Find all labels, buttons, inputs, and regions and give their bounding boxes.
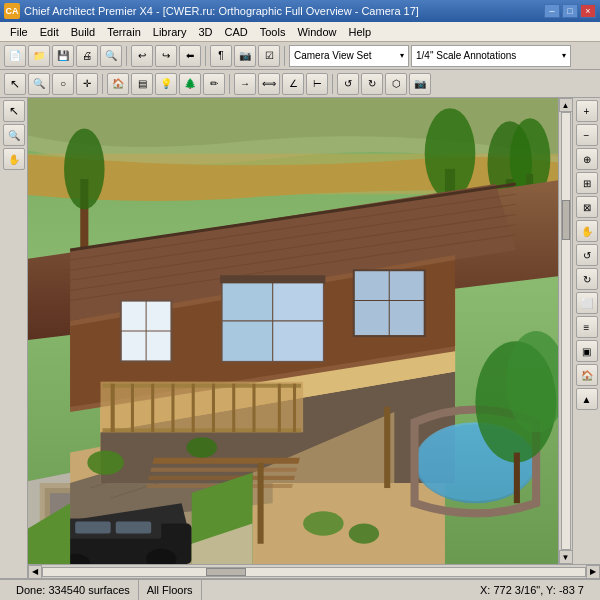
svg-rect-40 bbox=[150, 468, 297, 472]
tb2-pen[interactable]: ✏ bbox=[203, 73, 225, 95]
tb2-angle[interactable]: ∠ bbox=[282, 73, 304, 95]
tb2-cam[interactable]: 📷 bbox=[409, 73, 431, 95]
menu-file[interactable]: File bbox=[4, 24, 34, 40]
status-floors: All Floors bbox=[139, 580, 202, 600]
tb-back[interactable]: ⬅ bbox=[179, 45, 201, 67]
house-nav-btn[interactable]: 🏠 bbox=[576, 364, 598, 386]
svg-point-5 bbox=[425, 108, 476, 199]
menu-tools[interactable]: Tools bbox=[254, 24, 292, 40]
scroll-right-btn[interactable]: ▶ bbox=[586, 565, 600, 579]
menu-terrain[interactable]: Terrain bbox=[101, 24, 147, 40]
title-bar-left: CA Chief Architect Premier X4 - [CWER.ru… bbox=[4, 3, 419, 19]
up-btn[interactable]: ▲ bbox=[576, 388, 598, 410]
view-top-btn[interactable]: ⬜ bbox=[576, 292, 598, 314]
tb-symbol[interactable]: ¶ bbox=[210, 45, 232, 67]
svg-rect-19 bbox=[131, 384, 134, 433]
menu-build[interactable]: Build bbox=[65, 24, 101, 40]
fit-btn[interactable]: ⊕ bbox=[576, 148, 598, 170]
menu-library[interactable]: Library bbox=[147, 24, 193, 40]
svg-rect-39 bbox=[152, 458, 300, 464]
toolbar-row1: 📄 📁 💾 🖨 🔍 ↩ ↪ ⬅ ¶ 📷 ☑ Camera View Set ▾ … bbox=[0, 42, 600, 70]
restore-button[interactable]: □ bbox=[562, 4, 578, 18]
tb2-circle[interactable]: ○ bbox=[52, 73, 74, 95]
tb2-flip[interactable]: ⬡ bbox=[385, 73, 407, 95]
svg-rect-53 bbox=[116, 521, 151, 533]
sep3 bbox=[284, 46, 285, 66]
v-scroll-track[interactable] bbox=[561, 112, 571, 550]
svg-rect-24 bbox=[232, 384, 235, 433]
tb-undo[interactable]: ↩ bbox=[131, 45, 153, 67]
scale-label: 1/4" Scale Annotations bbox=[416, 50, 516, 61]
tb2-dim[interactable]: ⊢ bbox=[306, 73, 328, 95]
tb-print[interactable]: 🖨 bbox=[76, 45, 98, 67]
scroll-down-btn[interactable]: ▼ bbox=[559, 550, 573, 564]
tb2-tree[interactable]: 🌲 bbox=[179, 73, 201, 95]
left-sidebar: ↖ 🔍 ✋ bbox=[0, 98, 28, 578]
menu-3d[interactable]: 3D bbox=[192, 24, 218, 40]
sidebar-select[interactable]: ↖ bbox=[3, 100, 25, 122]
tb-redo[interactable]: ↪ bbox=[155, 45, 177, 67]
scroll-left-btn[interactable]: ◀ bbox=[28, 565, 42, 579]
sidebar-zoom[interactable]: 🔍 bbox=[3, 124, 25, 146]
title-bar: CA Chief Architect Premier X4 - [CWER.ru… bbox=[0, 0, 600, 22]
minimize-button[interactable]: – bbox=[544, 4, 560, 18]
svg-rect-27 bbox=[293, 384, 296, 433]
v-scrollbar[interactable]: ▲ ▼ bbox=[558, 98, 572, 564]
sep2 bbox=[205, 46, 206, 66]
svg-rect-20 bbox=[151, 384, 154, 433]
extent-btn[interactable]: ⊞ bbox=[576, 172, 598, 194]
tb2-wall[interactable]: ▤ bbox=[131, 73, 153, 95]
tb2-rot2[interactable]: ↻ bbox=[361, 73, 383, 95]
view3d-btn[interactable]: ⊠ bbox=[576, 196, 598, 218]
camera-view-label: Camera View Set bbox=[294, 50, 372, 61]
orbit-btn[interactable]: ↺ bbox=[576, 244, 598, 266]
tb2-house[interactable]: 🏠 bbox=[107, 73, 129, 95]
tb2-zoom[interactable]: 🔍 bbox=[28, 73, 50, 95]
v-scroll-thumb[interactable] bbox=[562, 200, 570, 240]
layers-btn[interactable]: ≡ bbox=[576, 316, 598, 338]
tb2-light[interactable]: 💡 bbox=[155, 73, 177, 95]
scale-dropdown[interactable]: 1/4" Scale Annotations ▾ bbox=[411, 45, 571, 67]
tb2-rot1[interactable]: ↺ bbox=[337, 73, 359, 95]
spin-btn[interactable]: ↻ bbox=[576, 268, 598, 290]
status-coords: X: 772 3/16", Y: -83 7 bbox=[472, 580, 592, 600]
svg-rect-43 bbox=[258, 463, 264, 544]
tb2-measure[interactable]: ⟺ bbox=[258, 73, 280, 95]
sep5 bbox=[229, 74, 230, 94]
title-bar-controls[interactable]: – □ × bbox=[544, 4, 596, 18]
tb-save[interactable]: 💾 bbox=[52, 45, 74, 67]
sidebar-pan[interactable]: ✋ bbox=[3, 148, 25, 170]
menu-window[interactable]: Window bbox=[291, 24, 342, 40]
tb-open[interactable]: 📁 bbox=[28, 45, 50, 67]
tb2-arrow[interactable]: → bbox=[234, 73, 256, 95]
canvas-area[interactable] bbox=[28, 98, 558, 564]
scroll-up-btn[interactable]: ▲ bbox=[559, 98, 573, 112]
tb-new[interactable]: 📄 bbox=[4, 45, 26, 67]
svg-point-3 bbox=[64, 128, 105, 209]
tb-camera[interactable]: 📷 bbox=[234, 45, 256, 67]
h-scrollbar[interactable]: ◀ ▶ bbox=[28, 564, 600, 578]
sep6 bbox=[332, 74, 333, 94]
svg-rect-32 bbox=[220, 275, 325, 283]
menu-cad[interactable]: CAD bbox=[218, 24, 253, 40]
floors-text: All Floors bbox=[147, 584, 193, 596]
main-layout: ↖ 🔍 ✋ bbox=[0, 98, 600, 578]
menu-help[interactable]: Help bbox=[343, 24, 378, 40]
h-scroll-track[interactable] bbox=[42, 567, 586, 577]
svg-rect-52 bbox=[75, 521, 110, 533]
close-button[interactable]: × bbox=[580, 4, 596, 18]
h-scroll-thumb[interactable] bbox=[206, 568, 246, 576]
zoom-in-btn[interactable]: + bbox=[576, 100, 598, 122]
tb-check[interactable]: ☑ bbox=[258, 45, 280, 67]
pan-btn[interactable]: ✋ bbox=[576, 220, 598, 242]
render-btn[interactable]: ▣ bbox=[576, 340, 598, 362]
tb-preview[interactable]: 🔍 bbox=[100, 45, 122, 67]
menu-edit[interactable]: Edit bbox=[34, 24, 65, 40]
tb2-select[interactable]: ↖ bbox=[4, 73, 26, 95]
tb2-move[interactable]: ✛ bbox=[76, 73, 98, 95]
sep1 bbox=[126, 46, 127, 66]
zoom-out-btn[interactable]: − bbox=[576, 124, 598, 146]
svg-point-58 bbox=[303, 511, 344, 535]
camera-view-dropdown[interactable]: Camera View Set ▾ bbox=[289, 45, 409, 67]
title-text: Chief Architect Premier X4 - [CWER.ru: O… bbox=[24, 5, 419, 17]
